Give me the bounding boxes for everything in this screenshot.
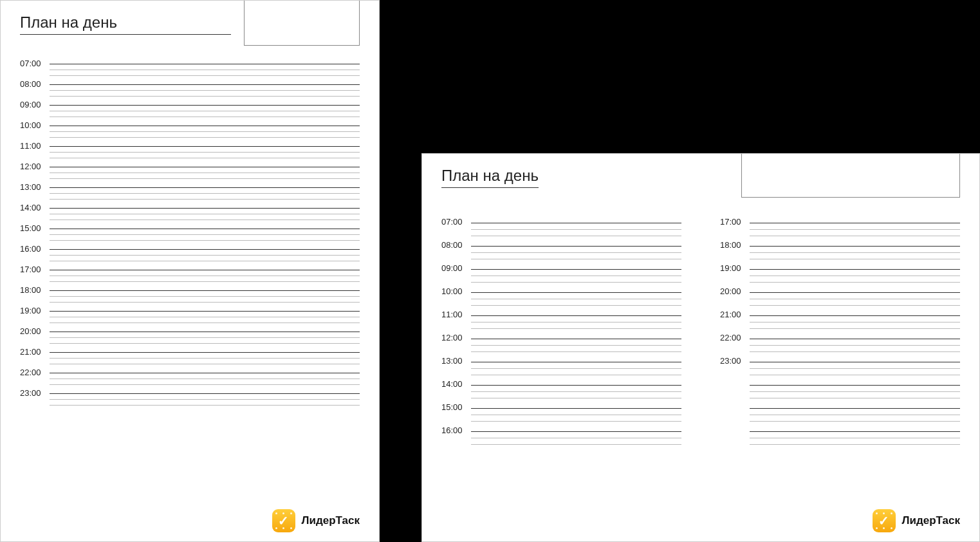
time-slot: 10:00 (441, 285, 681, 306)
time-label: 12:00 (441, 332, 471, 342)
time-label: 16:00 (441, 424, 471, 435)
time-slot (720, 424, 960, 445)
time-slot: 08:00 (20, 78, 360, 97)
time-label: 17:00 (720, 216, 750, 227)
writing-lines[interactable] (50, 243, 360, 261)
time-label: 10:00 (441, 285, 471, 296)
time-label (720, 378, 750, 379)
writing-lines[interactable] (50, 346, 360, 364)
writing-lines[interactable] (50, 140, 360, 158)
time-label: 13:00 (20, 181, 50, 192)
time-label: 15:00 (20, 222, 50, 233)
time-slot: 08:00 (441, 239, 681, 259)
time-label: 11:00 (20, 140, 50, 151)
time-slot: 14:00 (441, 378, 681, 398)
time-slot: 13:00 (441, 355, 681, 375)
writing-lines[interactable] (750, 401, 960, 422)
time-slot: 21:00 (720, 308, 960, 329)
writing-lines[interactable] (471, 308, 681, 329)
writing-lines[interactable] (50, 284, 360, 303)
time-slot: 16:00 (441, 424, 681, 445)
writing-lines[interactable] (471, 239, 681, 259)
time-label: 09:00 (20, 98, 50, 109)
time-slot: 15:00 (441, 401, 681, 422)
writing-lines[interactable] (471, 216, 681, 236)
writing-lines[interactable] (50, 304, 360, 323)
writing-lines[interactable] (471, 355, 681, 375)
time-slot: 13:00 (20, 181, 360, 200)
writing-lines[interactable] (50, 160, 360, 179)
leadertask-logo-icon (272, 509, 295, 532)
writing-lines[interactable] (50, 387, 360, 406)
schedule-two-column: 07:0008:0009:0010:0011:0012:0013:0014:00… (441, 209, 960, 447)
brand-name: ЛидерТаск (302, 514, 360, 527)
time-slot: 22:00 (20, 366, 360, 385)
writing-lines[interactable] (50, 222, 360, 241)
writing-lines[interactable] (471, 401, 681, 422)
writing-lines[interactable] (750, 355, 960, 375)
time-slot: 07:00 (20, 57, 360, 76)
writing-lines[interactable] (471, 332, 681, 352)
time-label: 13:00 (441, 355, 471, 366)
time-slot: 23:00 (20, 387, 360, 406)
writing-lines[interactable] (471, 285, 681, 306)
time-slot: 09:00 (441, 262, 681, 283)
writing-lines[interactable] (50, 119, 360, 138)
time-label: 10:00 (20, 119, 50, 130)
time-slot: 19:00 (720, 262, 960, 283)
time-label: 18:00 (20, 284, 50, 295)
writing-lines[interactable] (750, 308, 960, 329)
time-label: 22:00 (720, 332, 750, 342)
schedule-single-column: 07:0008:0009:0010:0011:0012:0013:0014:00… (20, 57, 360, 406)
writing-lines[interactable] (471, 424, 681, 445)
time-label: 23:00 (720, 355, 750, 366)
writing-lines[interactable] (50, 98, 360, 117)
time-slot: 21:00 (20, 346, 360, 364)
page-header: План на день (20, 14, 360, 46)
time-slot: 18:00 (720, 239, 960, 259)
time-label: 20:00 (20, 325, 50, 336)
writing-lines[interactable] (750, 378, 960, 398)
writing-lines[interactable] (750, 332, 960, 352)
time-label: 14:00 (20, 201, 50, 212)
writing-lines[interactable] (50, 325, 360, 344)
time-slot: 19:00 (20, 304, 360, 323)
time-label: 19:00 (20, 304, 50, 315)
time-slot: 17:00 (720, 216, 960, 236)
time-slot: 18:00 (20, 284, 360, 303)
time-label: 18:00 (720, 239, 750, 250)
time-slot: 23:00 (720, 355, 960, 375)
writing-lines[interactable] (50, 366, 360, 385)
writing-lines[interactable] (50, 78, 360, 97)
time-slot: 10:00 (20, 119, 360, 138)
time-label: 19:00 (720, 262, 750, 273)
writing-lines[interactable] (50, 181, 360, 200)
time-slot: 22:00 (720, 332, 960, 352)
time-slot: 09:00 (20, 98, 360, 117)
time-label (720, 424, 750, 425)
writing-lines[interactable] (471, 378, 681, 398)
time-slot: 16:00 (20, 243, 360, 261)
time-label: 08:00 (20, 78, 50, 89)
writing-lines[interactable] (750, 285, 960, 306)
time-label: 09:00 (441, 262, 471, 273)
time-slot: 12:00 (441, 332, 681, 352)
date-box[interactable] (741, 154, 960, 198)
brand-badge: ЛидерТаск (873, 509, 960, 532)
writing-lines[interactable] (750, 216, 960, 236)
time-label (720, 401, 750, 402)
time-slot: 17:00 (20, 263, 360, 282)
writing-lines[interactable] (750, 262, 960, 283)
writing-lines[interactable] (50, 263, 360, 282)
writing-lines[interactable] (50, 201, 360, 220)
brand-badge: ЛидерТаск (272, 509, 360, 532)
time-slot (720, 401, 960, 422)
writing-lines[interactable] (471, 262, 681, 283)
date-box[interactable] (244, 1, 360, 46)
writing-lines[interactable] (50, 57, 360, 76)
time-label: 15:00 (441, 401, 471, 412)
writing-lines[interactable] (750, 239, 960, 259)
time-slot: 20:00 (720, 285, 960, 306)
writing-lines[interactable] (750, 424, 960, 445)
time-label: 20:00 (720, 285, 750, 296)
